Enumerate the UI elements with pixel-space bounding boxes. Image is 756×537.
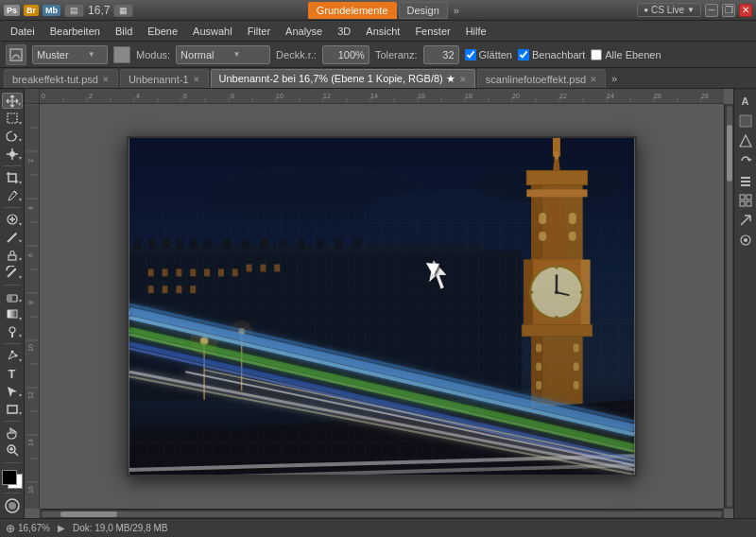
svg-rect-20 xyxy=(8,406,17,413)
panel-grid-btn[interactable] xyxy=(737,192,754,209)
window-close-btn[interactable]: ✕ xyxy=(739,4,752,17)
quick-mask-btn[interactable] xyxy=(2,497,23,514)
alle-ebenen-checkbox[interactable] xyxy=(591,49,602,61)
color-swatch-group xyxy=(2,470,23,489)
modus-label: Modus: xyxy=(136,49,170,61)
stamp-btn[interactable]: ▾ xyxy=(2,247,23,263)
tab-design[interactable]: Design xyxy=(399,2,448,19)
doc-tab-scanline[interactable]: scanlinefotoeffekt.psd ✕ xyxy=(477,69,606,88)
deckk-input[interactable] xyxy=(322,45,369,64)
panel-color-btn[interactable] xyxy=(737,113,754,130)
menu-fenster[interactable]: Fenster xyxy=(408,24,456,39)
eraser-btn[interactable]: ▾ xyxy=(2,288,23,304)
menu-3d[interactable]: 3D xyxy=(331,24,357,39)
tab-close-scanline[interactable]: ✕ xyxy=(590,75,597,84)
svg-text:8: 8 xyxy=(27,301,34,304)
magic-wand-btn[interactable]: ▾ xyxy=(2,146,23,162)
status-nav-arrow[interactable]: ▶ xyxy=(58,523,65,533)
tab-close-breakeffekt[interactable]: ✕ xyxy=(102,75,110,84)
menu-ansicht[interactable]: Ansicht xyxy=(359,24,406,39)
canvas-scroll[interactable] xyxy=(40,104,724,509)
alle-ebenen-checkbox-group[interactable]: Alle Ebenen xyxy=(591,49,661,61)
svg-line-8 xyxy=(14,191,17,194)
menu-filter[interactable]: Filter xyxy=(241,24,277,39)
foreground-color-swatch[interactable] xyxy=(2,470,17,485)
options-bar: Muster Modus: Normal Deckk.r.: Toleranz:… xyxy=(0,42,756,68)
tab-grundelemente[interactable]: Grundelemente xyxy=(308,2,397,19)
menu-bild[interactable]: Bild xyxy=(109,24,139,39)
canvas-area: 0 2 4 6 8 10 xyxy=(25,89,733,518)
doc-tab-unbenannt1[interactable]: Unbenannt-1 ✕ xyxy=(120,69,209,88)
scrollbar-v-track[interactable] xyxy=(727,106,732,507)
window-restore-btn[interactable]: ❐ xyxy=(722,4,735,17)
svg-text:2: 2 xyxy=(89,93,93,99)
type-btn[interactable]: T xyxy=(2,366,23,382)
menu-datei[interactable]: Datei xyxy=(4,24,42,39)
brush-btn[interactable]: ▾ xyxy=(2,230,23,246)
svg-text:28: 28 xyxy=(701,93,709,99)
crop-btn[interactable]: ▾ xyxy=(2,170,23,186)
history-brush-btn[interactable]: ▾ xyxy=(2,265,23,281)
scrollbar-vertical[interactable] xyxy=(724,104,733,509)
window-minimize-btn[interactable]: ─ xyxy=(705,4,718,17)
glaetten-checkbox-group[interactable]: Glätten xyxy=(465,49,512,61)
panel-arrow-btn[interactable] xyxy=(737,212,754,229)
tabs-overflow-btn[interactable]: » xyxy=(450,5,463,16)
pen-btn[interactable]: ▾ xyxy=(2,348,23,364)
svg-text:24: 24 xyxy=(607,93,614,99)
menu-auswahl[interactable]: Auswahl xyxy=(186,24,239,39)
shape-btn[interactable]: ▾ xyxy=(2,401,23,417)
main-image-canvas[interactable] xyxy=(127,136,637,476)
glaetten-checkbox[interactable] xyxy=(465,49,476,61)
scrollbar-horizontal[interactable] xyxy=(40,509,724,518)
zoom-btn[interactable] xyxy=(2,442,23,459)
healing-btn[interactable]: ▾ xyxy=(2,212,23,228)
dodge-btn[interactable]: ▾ xyxy=(2,324,23,340)
toolbar-options-btn[interactable]: ▤ xyxy=(64,4,84,17)
panel-shape-btn[interactable] xyxy=(737,132,754,149)
svg-text:2: 2 xyxy=(27,159,34,163)
svg-rect-193 xyxy=(741,184,750,186)
menu-ebene[interactable]: Ebene xyxy=(141,24,184,39)
path-select-btn[interactable]: ▾ xyxy=(2,383,23,399)
panel-rotate-btn[interactable] xyxy=(737,152,754,169)
menu-bearbeiten[interactable]: Bearbeiten xyxy=(43,24,107,39)
modus-dropdown[interactable]: Normal xyxy=(176,45,270,64)
scrollbar-h-thumb[interactable] xyxy=(60,511,117,517)
panel-right: A xyxy=(733,89,756,518)
bridge-badge[interactable]: Br xyxy=(24,5,39,16)
tab-close-unbenannt1[interactable]: ✕ xyxy=(193,75,200,84)
benachbart-checkbox-group[interactable]: Benachbart xyxy=(518,49,585,61)
panel-text-btn[interactable]: A xyxy=(737,93,754,110)
zoom-icon[interactable]: ⊕ xyxy=(6,522,15,535)
tab-close-unbenannt2[interactable]: ✕ xyxy=(459,75,467,84)
select-rect-btn[interactable]: ▾ xyxy=(2,111,23,127)
hand-btn[interactable] xyxy=(2,424,23,441)
cs-live-button[interactable]: ● CS Live ▼ xyxy=(637,3,701,17)
tab-overflow-btn[interactable]: » xyxy=(608,73,621,84)
toolbar-left: ▾ ▾ ▾ ▾ ▾ ▾ ▾ ▾ xyxy=(0,89,25,518)
svg-point-19 xyxy=(14,355,17,357)
lasso-btn[interactable]: ▾ xyxy=(2,129,23,145)
panel-circle-btn[interactable] xyxy=(737,232,754,249)
preset-swatch[interactable] xyxy=(113,46,130,63)
zoom-option-btn[interactable]: ▦ xyxy=(113,4,133,17)
panel-layers-btn[interactable] xyxy=(737,172,754,189)
eyedropper-btn[interactable]: ▾ xyxy=(2,188,23,204)
preset-dropdown[interactable]: Muster xyxy=(32,45,108,64)
gradient-btn[interactable]: ▾ xyxy=(2,306,23,322)
tool-preset-icon[interactable] xyxy=(6,44,26,65)
move-tool-btn[interactable]: ▾ xyxy=(2,93,23,109)
svg-text:18: 18 xyxy=(465,93,472,99)
menu-hilfe[interactable]: Hilfe xyxy=(459,24,493,39)
benachbart-checkbox[interactable] xyxy=(518,49,529,61)
mini-bridge-badge[interactable]: Mb xyxy=(43,5,60,16)
doc-tab-unbenannt2[interactable]: Unbenannt-2 bei 16,7% (Ebene 1 Kopie, RG… xyxy=(211,69,475,88)
scrollbar-h-track[interactable] xyxy=(42,511,722,517)
toleranz-input[interactable] xyxy=(423,45,459,64)
menu-analyse[interactable]: Analyse xyxy=(279,24,329,39)
scrollbar-v-thumb[interactable] xyxy=(727,125,732,182)
doc-tab-breakeffekt[interactable]: breakeffekt-tut.psd ✕ xyxy=(4,69,118,88)
svg-marker-190 xyxy=(740,135,751,147)
toolbar-separator-5 xyxy=(4,421,21,422)
